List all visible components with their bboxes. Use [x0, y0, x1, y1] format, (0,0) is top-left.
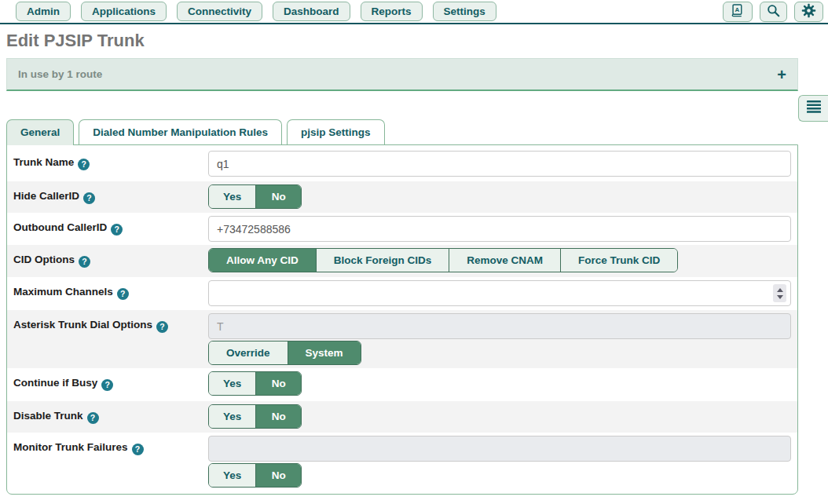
help-icon[interactable]: ?	[83, 192, 95, 204]
monitor-trunk-failures-label: Monitor Trunk Failures?	[7, 433, 208, 462]
continue-if-busy-yes-button[interactable]: Yes	[209, 372, 255, 395]
row-cid-options: CID Options? Allow Any CID Block Foreign…	[7, 245, 797, 277]
help-icon[interactable]: ?	[78, 159, 90, 170]
dial-options-label: Asterisk Trunk Dial Options?	[7, 310, 208, 339]
tab-general[interactable]: General	[6, 119, 74, 145]
nav-reports[interactable]: Reports	[361, 2, 423, 21]
continue-if-busy-toggle: Yes No	[208, 371, 302, 396]
hide-callerid-yes-button[interactable]: Yes	[209, 185, 255, 208]
usage-notice-bar[interactable]: In use by 1 route +	[6, 58, 798, 91]
nav-admin[interactable]: Admin	[16, 2, 71, 21]
trunk-name-input[interactable]	[208, 151, 791, 177]
list-menu-icon	[806, 100, 822, 117]
monitor-trunk-failures-input[interactable]	[208, 436, 791, 462]
cid-block-foreign-cids-button[interactable]: Block Foreign CIDs	[316, 249, 449, 272]
disable-trunk-toggle: Yes No	[208, 404, 302, 429]
dial-options-toggle: Override System	[208, 341, 361, 365]
usage-notice-text: In use by 1 route	[18, 68, 102, 80]
maximum-channels-label: Maximum Channels?	[7, 277, 208, 306]
number-spinner[interactable]	[773, 284, 786, 302]
spinner-down-icon[interactable]	[777, 295, 783, 299]
cid-allow-any-cid-button[interactable]: Allow Any CID	[209, 249, 316, 272]
nav-dashboard[interactable]: Dashboard	[273, 2, 350, 21]
row-disable-trunk: Disable Trunk? Yes No	[7, 401, 797, 433]
maximum-channels-input[interactable]	[208, 280, 791, 306]
help-icon[interactable]: ?	[87, 412, 99, 424]
row-dial-options: Asterisk Trunk Dial Options? Override Sy…	[7, 310, 797, 368]
cid-options-label: CID Options?	[7, 245, 208, 274]
cid-remove-cnam-button[interactable]: Remove CNAM	[449, 249, 560, 272]
outbound-callerid-label: Outbound CallerID?	[7, 213, 208, 242]
nav-toolbar: A	[723, 2, 823, 22]
row-outbound-callerid: Outbound CallerID?	[7, 213, 797, 245]
nav-applications[interactable]: Applications	[81, 2, 167, 21]
monitor-trunk-failures-no-button[interactable]: No	[255, 464, 301, 487]
gear-icon	[801, 2, 817, 21]
svg-text:A: A	[735, 5, 740, 13]
language-button[interactable]: A	[723, 2, 753, 22]
hide-callerid-label: Hide CallerID?	[7, 181, 208, 210]
monitor-trunk-failures-yes-button[interactable]: Yes	[209, 464, 255, 487]
row-hide-callerid: Hide CallerID? Yes No	[7, 181, 797, 213]
row-trunk-name: Trunk Name?	[7, 145, 797, 181]
disable-trunk-yes-button[interactable]: Yes	[209, 405, 255, 428]
disable-trunk-no-button[interactable]: No	[255, 405, 301, 428]
expand-plus-icon: +	[777, 67, 786, 82]
settings-button[interactable]	[794, 2, 823, 22]
help-icon[interactable]: ?	[117, 288, 129, 300]
disable-trunk-label: Disable Trunk?	[7, 401, 208, 430]
tab-pjsip-settings[interactable]: pjsip Settings	[287, 119, 385, 144]
spinner-up-icon[interactable]	[777, 288, 783, 292]
dial-options-override-button[interactable]: Override	[209, 341, 288, 364]
row-maximum-channels: Maximum Channels?	[7, 277, 797, 310]
row-monitor-trunk-failures: Monitor Trunk Failures? Yes No	[7, 433, 797, 494]
row-continue-if-busy: Continue if Busy? Yes No	[7, 368, 797, 401]
monitor-trunk-failures-toggle: Yes No	[208, 463, 302, 488]
language-book-icon: A	[729, 3, 746, 20]
cid-options-group: Allow Any CID Block Foreign CIDs Remove …	[208, 248, 678, 272]
outbound-callerid-input[interactable]	[208, 216, 791, 242]
cid-force-trunk-cid-button[interactable]: Force Trunk CID	[560, 249, 677, 272]
dial-options-system-button[interactable]: System	[288, 341, 361, 364]
help-icon[interactable]: ?	[156, 321, 168, 333]
search-icon	[766, 3, 781, 20]
actions-flyout-button[interactable]	[798, 95, 828, 122]
help-icon[interactable]: ?	[79, 256, 90, 268]
help-icon[interactable]: ?	[111, 224, 123, 236]
hide-callerid-no-button[interactable]: No	[255, 185, 301, 208]
trunk-tabs: General Dialed Number Manipulation Rules…	[6, 119, 798, 144]
continue-if-busy-no-button[interactable]: No	[255, 372, 301, 395]
page-title: Edit PJSIP Trunk	[6, 31, 828, 51]
hide-callerid-toggle: Yes No	[208, 184, 302, 209]
nav-settings[interactable]: Settings	[433, 2, 496, 21]
continue-if-busy-label: Continue if Busy?	[7, 368, 208, 397]
search-button[interactable]	[760, 2, 787, 22]
general-tab-panel: Trunk Name? Hide CallerID? Yes No Outbou…	[6, 144, 798, 495]
nav-connectivity[interactable]: Connectivity	[177, 2, 262, 21]
freepbx-edit-trunk-screen: Admin Applications Connectivity Dashboar…	[0, 0, 828, 504]
top-nav: Admin Applications Connectivity Dashboar…	[0, 0, 828, 24]
help-icon[interactable]: ?	[101, 379, 113, 391]
dial-options-input[interactable]	[208, 313, 791, 339]
trunk-name-label: Trunk Name?	[7, 148, 208, 177]
help-icon[interactable]: ?	[132, 444, 144, 455]
tab-dialed-number-manipulation-rules[interactable]: Dialed Number Manipulation Rules	[79, 119, 282, 144]
